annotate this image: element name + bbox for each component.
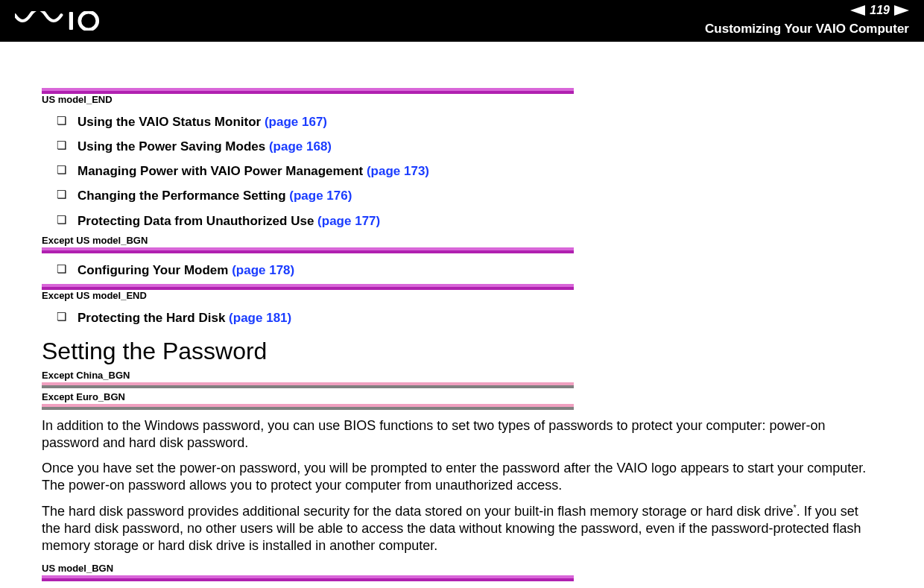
header-right: 119 Customizing Your VAIO Computer — [705, 5, 909, 37]
vaio-logo — [15, 11, 100, 31]
body-paragraph: The hard disk password provides addition… — [42, 502, 876, 555]
list-item: Protecting the Hard Disk (page 181) — [57, 306, 882, 330]
link-list-3: Protecting the Hard Disk (page 181) — [42, 306, 882, 330]
page-link[interactable]: (page 178) — [232, 263, 294, 277]
body-paragraph: Once you have set the power-on password,… — [42, 460, 876, 495]
next-page-arrow-icon[interactable] — [894, 5, 909, 16]
section-heading: Setting the Password — [42, 338, 882, 365]
marker-label: Except Euro_BGN — [42, 391, 882, 402]
page-link[interactable]: (page 176) — [289, 189, 352, 203]
marker-bar — [42, 575, 574, 581]
para3-a: The hard disk password provides addition… — [42, 504, 794, 519]
svg-point-1 — [80, 12, 98, 30]
link-list-1: Using the VAIO Status Monitor (page 167)… — [42, 110, 882, 233]
list-item: Managing Power with VAIO Power Managemen… — [57, 159, 882, 183]
link-text: Using the Power Saving Modes — [77, 139, 269, 154]
list-item: Configuring Your Modem (page 178) — [57, 258, 882, 282]
link-text: Protecting Data from Unauthorized Use — [77, 214, 317, 228]
link-text: Managing Power with VAIO Power Managemen… — [77, 164, 367, 178]
link-text: Using the VAIO Status Monitor — [77, 115, 265, 129]
list-item: Protecting Data from Unauthorized Use (p… — [57, 209, 882, 233]
marker-bar — [42, 382, 574, 388]
marker-bar — [42, 284, 574, 290]
page-link[interactable]: (page 173) — [367, 164, 429, 178]
page-link[interactable]: (page 177) — [317, 214, 380, 228]
marker-bar — [42, 404, 574, 410]
list-item: Changing the Performance Setting (page 1… — [57, 183, 882, 208]
list-item: Using the VAIO Status Monitor (page 167) — [57, 110, 882, 134]
marker-label: US model_BGN — [42, 563, 882, 574]
body-paragraph: In addition to the Windows password, you… — [42, 417, 876, 452]
marker-label: Except US model_BGN — [42, 235, 882, 246]
page-link[interactable]: (page 167) — [265, 115, 327, 129]
svg-rect-0 — [69, 12, 73, 30]
marker-label: Except China_BGN — [42, 370, 882, 381]
marker-label: Except US model_END — [42, 290, 882, 301]
breadcrumb: Customizing Your VAIO Computer — [705, 22, 909, 37]
marker-bar — [42, 88, 574, 94]
page-nav: 119 — [850, 4, 909, 17]
link-text: Configuring Your Modem — [77, 263, 232, 277]
link-text: Protecting the Hard Disk — [77, 311, 229, 325]
prev-page-arrow-icon[interactable] — [850, 5, 865, 16]
link-list-2: Configuring Your Modem (page 178) — [42, 258, 882, 282]
link-text: Changing the Performance Setting — [77, 189, 289, 203]
header-bar: 119 Customizing Your VAIO Computer — [0, 0, 924, 42]
page-link[interactable]: (page 168) — [269, 139, 332, 154]
marker-label: US model_END — [42, 94, 882, 105]
page-number: 119 — [870, 4, 890, 17]
marker-bar — [42, 247, 574, 253]
list-item: Using the Power Saving Modes (page 168) — [57, 134, 882, 159]
page-content: US model_END Using the VAIO Status Monit… — [0, 42, 924, 581]
page-link[interactable]: (page 181) — [229, 311, 291, 325]
